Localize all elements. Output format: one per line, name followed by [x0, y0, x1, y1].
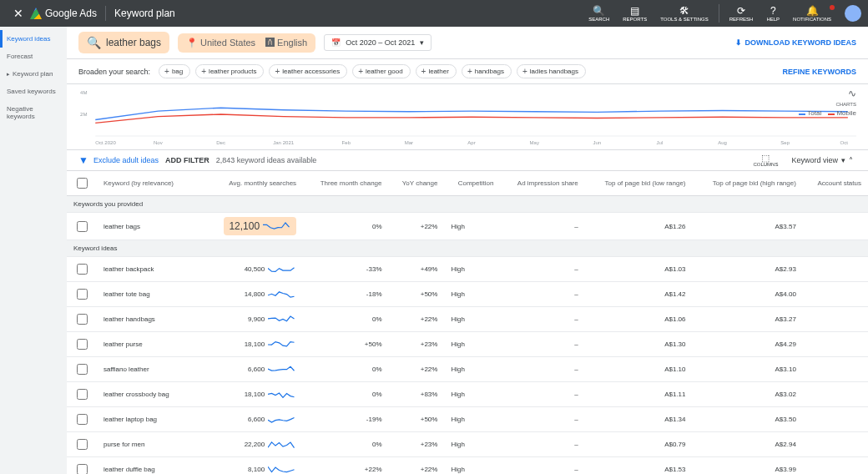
keyword-table-wrap[interactable]: Keyword (by relevance)Avg. monthly searc… — [67, 171, 868, 474]
left-nav: Keyword ideasForecastKeyword planSaved k… — [0, 27, 67, 474]
row-checkbox[interactable] — [77, 264, 88, 275]
date-range-picker[interactable]: 📅 Oct 2020 – Oct 2021 ▾ — [324, 34, 431, 51]
chart-toggle-icon[interactable]: ∿ — [848, 88, 856, 99]
topbar-reports-icon[interactable]: ▤REPORTS — [616, 5, 654, 22]
column-header[interactable]: Avg. monthly searches — [205, 171, 303, 196]
row-checkbox[interactable] — [77, 464, 88, 474]
row-checkbox[interactable] — [77, 389, 88, 400]
svg-text:Jun: Jun — [593, 140, 601, 145]
search-query-pill[interactable]: 🔍 leather bags — [78, 32, 169, 53]
broaden-label: Broaden your search: — [78, 68, 150, 76]
column-header[interactable]: Ad impression share — [500, 171, 584, 196]
column-header[interactable]: Top of page bid (low range) — [585, 171, 693, 196]
table-row[interactable]: saffiano leather 6,600 0%+22%High–A$1.10… — [67, 357, 868, 382]
nav-keyword-ideas[interactable]: Keyword ideas — [0, 30, 67, 48]
column-header[interactable]: Account status — [803, 171, 868, 196]
svg-text:2M: 2M — [80, 112, 87, 117]
topbar-help-icon[interactable]: ?HELP — [760, 5, 786, 22]
keyword-table: Keyword (by relevance)Avg. monthly searc… — [67, 171, 868, 474]
table-row[interactable]: leather purse 18,100 +50%+23%High–A$1.30… — [67, 332, 868, 357]
row-checkbox[interactable] — [77, 339, 88, 350]
column-header[interactable]: Top of page bid (high range) — [693, 171, 803, 196]
date-range: Oct 2020 – Oct 2021 — [346, 38, 415, 47]
searches-cell: 18,100 — [205, 332, 303, 357]
nav-saved-keywords[interactable]: Saved keywords — [0, 83, 67, 100]
keyword-cell: leather tote bag — [97, 282, 205, 307]
topbar-refresh-icon[interactable]: ⟳REFRESH — [723, 5, 760, 22]
searches-cell: 40,500 — [205, 257, 303, 282]
row-checkbox[interactable] — [77, 364, 88, 375]
broaden-chip[interactable]: +leather accessories — [269, 64, 347, 78]
table-row[interactable]: leather handbags 9,900 0%+22%High–A$1.06… — [67, 307, 868, 332]
searches-cell: 12,100 — [205, 213, 303, 240]
table-row[interactable]: leather duffle bag 8,100 +22%+22%High–A$… — [67, 457, 868, 475]
location-icon: 📍 — [186, 38, 198, 48]
table-row[interactable]: leather backpack 40,500 -33%+49%High–A$1… — [67, 257, 868, 282]
plus-icon: + — [201, 68, 206, 75]
row-checkbox[interactable] — [77, 414, 88, 425]
ads-logo-icon — [30, 8, 42, 19]
svg-text:Sep: Sep — [780, 140, 790, 145]
row-checkbox[interactable] — [77, 289, 88, 300]
table-row[interactable]: leather crossbody bag 18,100 0%+83%High–… — [67, 382, 868, 407]
broaden-chip[interactable]: +handbags — [462, 64, 512, 78]
nav-keyword-plan[interactable]: Keyword plan — [0, 65, 67, 83]
broaden-chip[interactable]: +bag — [159, 64, 190, 78]
svg-text:Oct: Oct — [840, 140, 848, 145]
table-row[interactable]: purse for men 22,200 0%+23%High–A$0.79A$… — [67, 432, 868, 457]
columns-button[interactable]: ⬚ COLUMNS — [753, 154, 778, 167]
topbar-tools-icon[interactable]: 🛠TOOLS & SETTINGS — [654, 5, 715, 22]
searches-cell: 14,800 — [205, 282, 303, 307]
table-row[interactable]: leather bags 12,100 0%+22%High–A$1.26A$3… — [67, 213, 868, 240]
section-ideas: Keyword ideas — [67, 240, 868, 257]
filter-icon[interactable]: ▼ — [78, 154, 88, 166]
download-button[interactable]: ⬇ DOWNLOAD KEYWORD IDEAS — [735, 38, 857, 47]
collapse-icon[interactable]: ˄ — [845, 156, 856, 165]
broaden-chip[interactable]: +leather good — [352, 64, 410, 78]
search-icon: 🔍 — [87, 36, 101, 49]
row-checkbox[interactable] — [77, 439, 88, 450]
searches-cell: 8,100 — [205, 457, 303, 475]
keyword-cell: leather duffle bag — [97, 457, 205, 475]
svg-text:Jul: Jul — [657, 140, 664, 145]
searches-cell: 9,900 — [205, 307, 303, 332]
select-all-checkbox[interactable] — [77, 178, 88, 189]
column-header[interactable]: Three month change — [303, 171, 388, 196]
keyword-cell: leather bags — [97, 213, 205, 240]
nav-forecast[interactable]: Forecast — [0, 48, 67, 65]
broaden-chip[interactable]: +ladies handbags — [517, 64, 586, 78]
chart-label: CHARTS — [835, 102, 856, 107]
add-filter-button[interactable]: ADD FILTER — [165, 156, 209, 164]
notification-badge — [830, 5, 835, 10]
row-checkbox[interactable] — [77, 314, 88, 325]
column-header[interactable]: Competition — [444, 171, 500, 196]
column-header[interactable]: Keyword (by relevance) — [97, 171, 205, 196]
keyword-cell: saffiano leather — [97, 357, 205, 382]
broaden-chip[interactable]: +leather — [416, 64, 457, 78]
topbar-notifications-icon[interactable]: 🔔NOTIFICATIONS — [786, 5, 838, 22]
close-icon[interactable]: ✕ — [7, 7, 30, 20]
avatar[interactable] — [845, 5, 861, 22]
chevron-down-icon: ▾ — [420, 38, 424, 47]
main-panel: 🔍 leather bags 📍United States 🅰English 📅… — [67, 27, 868, 474]
keyword-cell: leather crossbody bag — [97, 382, 205, 407]
table-row[interactable]: leather laptop bag 6,600 -19%+50%High–A$… — [67, 407, 868, 432]
broaden-chip[interactable]: +leather products — [195, 64, 264, 78]
exclude-adult-link[interactable]: Exclude adult ideas — [93, 156, 159, 164]
page-title: Keyword plan — [114, 8, 175, 19]
plus-icon: + — [164, 68, 169, 75]
svg-text:Nov: Nov — [154, 140, 163, 145]
keyword-view-dropdown[interactable]: Keyword view ▾ — [791, 156, 845, 164]
searches-cell: 6,600 — [205, 407, 303, 432]
location-language-pill[interactable]: 📍United States 🅰English — [178, 33, 315, 53]
row-checkbox[interactable] — [77, 221, 88, 232]
topbar-search-icon[interactable]: 🔍SEARCH — [582, 5, 616, 22]
refine-keywords-button[interactable]: REFINE KEYWORDS — [782, 68, 856, 76]
searches-cell: 6,600 — [205, 357, 303, 382]
keyword-cell: leather purse — [97, 332, 205, 357]
svg-text:Feb: Feb — [342, 140, 351, 145]
language: English — [277, 38, 307, 48]
table-row[interactable]: leather tote bag 14,800 -18%+50%High–A$1… — [67, 282, 868, 307]
column-header[interactable]: YoY change — [389, 171, 445, 196]
nav-negative-keywords[interactable]: Negative keywords — [0, 100, 67, 125]
